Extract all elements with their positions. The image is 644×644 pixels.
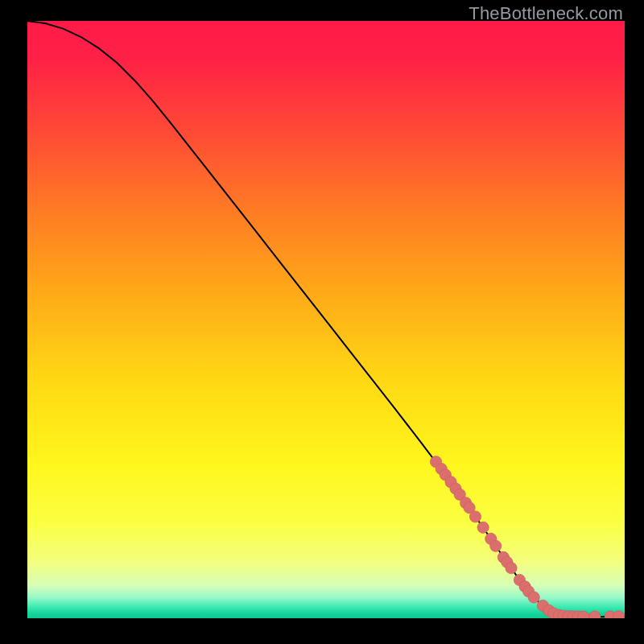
data-point bbox=[469, 511, 481, 522]
chart-stage: TheBottleneck.com bbox=[0, 0, 644, 644]
data-point bbox=[490, 540, 502, 551]
chart-svg bbox=[27, 21, 625, 618]
data-point bbox=[506, 562, 517, 573]
data-point bbox=[477, 522, 489, 533]
plot-area bbox=[27, 21, 625, 618]
data-point bbox=[528, 592, 539, 603]
